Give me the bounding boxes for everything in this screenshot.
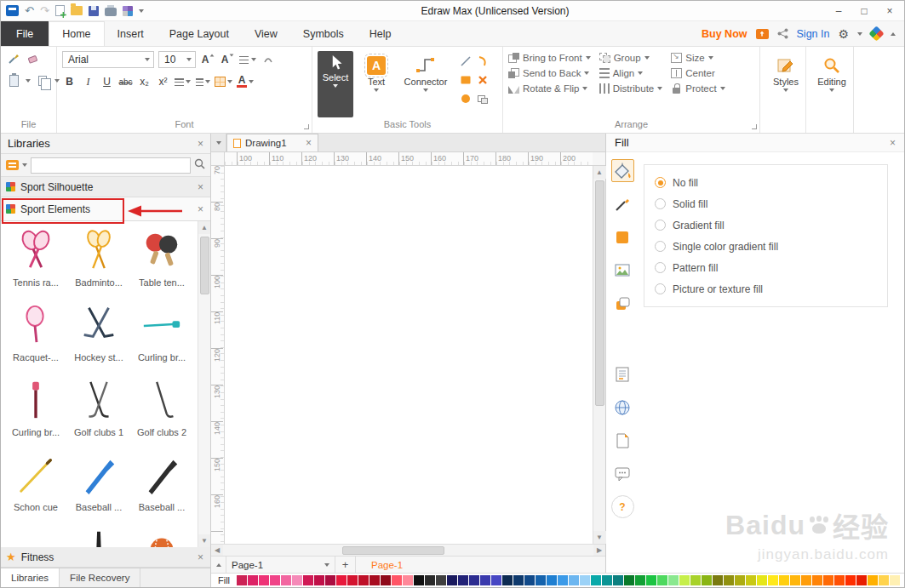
library-item[interactable]: Curling br... (4, 376, 67, 451)
text-tool-button[interactable]: A Text (358, 51, 394, 117)
library-item[interactable] (130, 526, 193, 547)
palette-swatch[interactable] (292, 575, 302, 585)
palette-swatch[interactable] (369, 575, 380, 585)
palette-swatch[interactable] (569, 575, 579, 585)
scroll-left-icon[interactable]: ◀ (211, 545, 223, 556)
palette-swatch[interactable] (347, 575, 358, 585)
send-to-back-button[interactable]: Send to Back (508, 68, 591, 78)
palette-swatch[interactable] (281, 575, 291, 585)
search-icon[interactable] (194, 158, 205, 172)
palette-swatch[interactable] (834, 575, 845, 585)
palette-swatch[interactable] (392, 575, 402, 585)
tab-list-icon[interactable] (211, 134, 226, 151)
palette-swatch[interactable] (768, 575, 778, 585)
palette-swatch[interactable] (624, 575, 634, 585)
notes-list-icon[interactable] (611, 363, 634, 385)
palette-swatch[interactable] (436, 575, 446, 585)
tab-file[interactable]: File (1, 21, 49, 46)
palette-swatch[interactable] (270, 575, 280, 585)
palette-swatch[interactable] (724, 575, 734, 585)
library-item[interactable]: Golf clubs 1 (67, 376, 130, 451)
library-item[interactable]: Hockey st... (67, 301, 130, 376)
palette-swatch[interactable] (469, 575, 479, 585)
page-dropdown[interactable]: Page-1 (226, 557, 335, 573)
arrange-dialog-launcher-icon[interactable] (752, 124, 757, 129)
copy-icon[interactable] (35, 73, 50, 88)
library-search-input[interactable] (31, 157, 191, 174)
font-size-combo[interactable]: 10 (158, 51, 196, 68)
library-item[interactable]: Schon cue (4, 451, 67, 526)
palette-swatch[interactable] (303, 575, 313, 585)
palette-swatch[interactable] (613, 575, 623, 585)
section-sport-silhouette[interactable]: Sport Silhouette × (1, 177, 210, 197)
page-properties-icon[interactable] (611, 429, 634, 452)
comment-icon[interactable] (611, 462, 634, 485)
palette-swatch[interactable] (702, 575, 712, 585)
palette-swatch[interactable] (425, 575, 435, 585)
connector-dropdown-icon[interactable] (423, 88, 428, 92)
font-color-icon[interactable]: A (237, 74, 254, 89)
bring-to-front-button[interactable]: Bring to Front (508, 53, 591, 63)
libraries-close-icon[interactable]: × (198, 138, 203, 150)
fill-option-no-fill[interactable]: No fill (644, 172, 887, 193)
grow-font-icon[interactable]: A (200, 52, 215, 67)
section-fitness[interactable]: ★ Fitness × (1, 547, 210, 568)
fill-option-gradient-fill[interactable]: Gradient fill (644, 214, 887, 236)
share-icon[interactable] (777, 28, 788, 39)
open-file-icon[interactable] (71, 6, 83, 15)
scroll-down-icon[interactable]: ▼ (593, 531, 606, 544)
app-icon[interactable] (6, 5, 19, 16)
tab-symbols[interactable]: Symbols (290, 21, 357, 46)
settings-dropdown-icon[interactable] (857, 32, 862, 36)
palette-swatch[interactable] (713, 575, 723, 585)
size-button[interactable]: Size (671, 53, 725, 63)
active-page-tab[interactable]: Page-1 (371, 560, 403, 570)
toolbar-dropdown-icon[interactable] (139, 9, 144, 13)
library-item[interactable]: Racquet-... (4, 301, 67, 376)
tab-view[interactable]: View (242, 21, 290, 46)
palette-swatch[interactable] (779, 575, 789, 585)
font-dialog-launcher-icon[interactable] (304, 124, 309, 129)
palette-swatch[interactable] (735, 575, 745, 585)
scroll-right-icon[interactable]: ▶ (593, 545, 605, 556)
document-tab-drawing1[interactable]: Drawing1 × (226, 134, 318, 151)
palette-swatch[interactable] (690, 575, 701, 585)
palette-swatch[interactable] (845, 575, 856, 585)
buy-now-link[interactable]: Buy Now (702, 28, 747, 40)
palette-swatch[interactable] (746, 575, 756, 585)
pinwheel-icon[interactable] (868, 26, 884, 41)
palette-swatch[interactable] (502, 575, 513, 585)
palette-swatch[interactable] (635, 575, 645, 585)
align-button[interactable]: Align (599, 68, 663, 78)
paste-dropdown-icon[interactable] (26, 79, 31, 83)
font-name-combo[interactable]: Arial (62, 51, 154, 68)
palette-swatch[interactable] (679, 575, 690, 585)
section-sport-elements[interactable]: Sport Elements × (1, 197, 210, 221)
picture-icon[interactable] (611, 259, 634, 282)
palette-swatch[interactable] (646, 575, 656, 585)
palette-swatch[interactable] (602, 575, 612, 585)
text-direction-icon[interactable] (261, 52, 276, 67)
palette-swatch[interactable] (480, 575, 490, 585)
fill-panel-close-icon[interactable]: × (890, 137, 896, 149)
eraser-icon[interactable] (26, 51, 41, 66)
palette-swatch[interactable] (868, 575, 878, 585)
settings-gear-icon[interactable]: ⚙ (838, 27, 849, 41)
select-tool-button[interactable]: Select (318, 51, 353, 117)
bold-button[interactable]: B (62, 74, 77, 89)
superscript-button[interactable]: x² (156, 74, 170, 89)
rectangle-tool-icon[interactable] (460, 74, 472, 88)
buy-now-icon[interactable] (756, 29, 769, 39)
palette-swatch[interactable] (336, 575, 347, 585)
library-item[interactable]: Baseball ... (67, 451, 130, 526)
maximize-button[interactable]: □ (851, 5, 877, 17)
group-button[interactable]: Group (599, 53, 663, 63)
drawing-canvas[interactable] (225, 166, 593, 544)
palette-swatch[interactable] (879, 575, 889, 585)
center-button[interactable]: Center (671, 68, 725, 78)
fill-option-solid-fill[interactable]: Solid fill (644, 193, 887, 214)
palette-swatch[interactable] (237, 575, 247, 585)
palette-swatch[interactable] (381, 575, 391, 585)
palette-swatch[interactable] (668, 575, 679, 585)
palette-swatch[interactable] (314, 575, 324, 585)
